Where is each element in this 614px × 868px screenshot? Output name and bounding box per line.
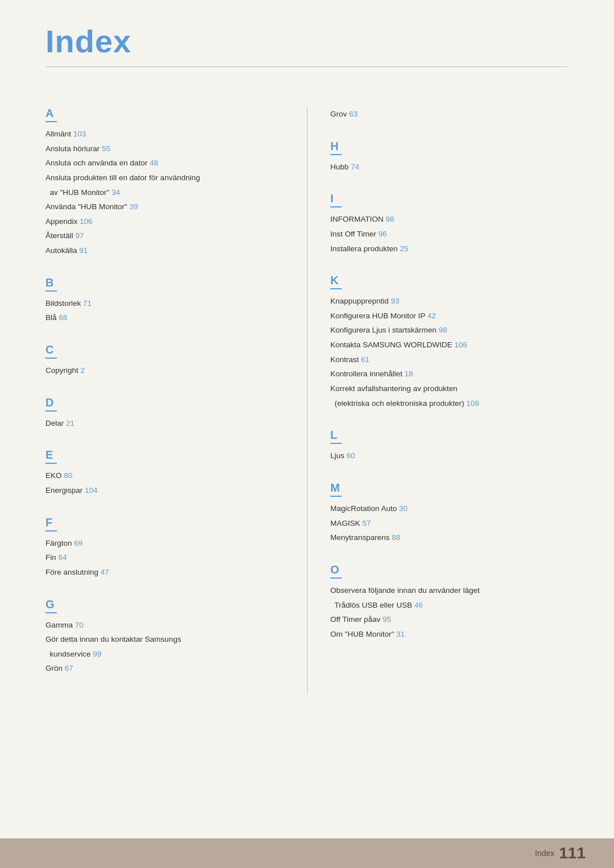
letter-heading-g: G — [45, 598, 57, 613]
index-item: Ansluta hörlurar 55 — [45, 142, 284, 156]
section-c: C Copyright 2 — [45, 343, 284, 378]
section-g-cont: Grov 63 — [330, 107, 569, 122]
index-item: Kontrollera innehållet 18 — [330, 367, 569, 381]
letter-heading-m: M — [330, 481, 342, 497]
index-item: Observera följande innan du använder läg… — [330, 583, 569, 612]
index-item: Energispar 104 — [45, 483, 284, 498]
index-item: Före anslutning 47 — [45, 565, 284, 580]
letter-heading-a: A — [45, 107, 57, 122]
letter-heading-i: I — [330, 192, 342, 207]
section-h: H Hubb 74 — [330, 140, 569, 175]
index-item: Gamma 70 — [45, 618, 284, 633]
right-column: Grov 63 H Hubb 74 I INFORMATION 98 Inst … — [330, 107, 569, 694]
index-item: Grov 63 — [330, 107, 569, 122]
title-divider — [45, 67, 569, 67]
letter-heading-c: C — [45, 343, 57, 359]
index-item: MAGISK 57 — [330, 516, 569, 531]
index-item: Autokälla 91 — [45, 243, 284, 258]
letter-heading-b: B — [45, 276, 57, 292]
index-item: Installera produkten 25 — [330, 242, 569, 256]
index-item: Grön 67 — [45, 661, 284, 676]
index-item: Kontakta SAMSUNG WORLDWIDE 106 — [330, 338, 569, 352]
section-f: F Färgton 69 Fin 64 Före anslutning 47 — [45, 516, 284, 580]
section-b: B Bildstorlek 71 Blå 68 — [45, 276, 284, 325]
letter-heading-o: O — [330, 563, 342, 579]
index-item: INFORMATION 98 — [330, 212, 569, 227]
letter-heading-d: D — [45, 396, 57, 412]
letter-heading-l: L — [330, 429, 342, 444]
footer-label: Index — [535, 849, 554, 858]
index-item: Bildstorlek 71 — [45, 296, 284, 311]
index-item: Appendix 106 — [45, 214, 284, 229]
letter-heading-f: F — [45, 516, 57, 531]
left-column: A Allmänt 103 Ansluta hörlurar 55 Anslut… — [45, 107, 307, 694]
index-item: Off Timer påav 95 — [330, 612, 569, 627]
index-item: Konfigurera HUB Monitor IP 42 — [330, 309, 569, 323]
index-item: Ansluta och använda en dator 48 — [45, 156, 284, 171]
index-item: Menytransparens 88 — [330, 530, 569, 545]
index-item: Inst Off Timer 96 — [330, 227, 569, 242]
vertical-divider — [307, 107, 308, 694]
index-item: Återställ 97 — [45, 229, 284, 243]
section-m: M MagicRotation Auto 30 MAGISK 57 Menytr… — [330, 481, 569, 545]
index-item: MagicRotation Auto 30 — [330, 501, 569, 516]
index-item: Kontrast 61 — [330, 352, 569, 367]
index-item: Färgton 69 — [45, 536, 284, 551]
page-title: Index — [45, 23, 569, 60]
index-item: Konfigurera Ljus i startskärmen 98 — [330, 323, 569, 338]
index-item: Copyright 2 — [45, 363, 284, 378]
section-d: D Delar 21 — [45, 396, 284, 431]
index-item: EKO 80 — [45, 468, 284, 483]
section-g: G Gamma 70 Gör detta innan du kontaktar … — [45, 598, 284, 676]
header-section: Index — [0, 0, 614, 95]
section-l: L Ljus 60 — [330, 429, 569, 463]
index-item: Knappupprepntid 93 — [330, 294, 569, 309]
footer: Index 111 — [0, 838, 614, 868]
index-item: Allmänt 103 — [45, 127, 284, 142]
index-item: Blå 68 — [45, 310, 284, 325]
index-item: Gör detta innan du kontaktar Samsungs ku… — [45, 632, 284, 661]
index-item: Om "HUB Monitor" 31 — [330, 627, 569, 642]
index-item: Ljus 60 — [330, 448, 569, 463]
letter-heading-e: E — [45, 448, 57, 464]
page-container: Index A Allmänt 103 Ansluta hörlurar 55 … — [0, 0, 614, 868]
index-item: Delar 21 — [45, 416, 284, 431]
section-o: O Observera följande innan du använder l… — [330, 563, 569, 642]
index-item: Använda "HUB Monitor" 39 — [45, 200, 284, 214]
letter-heading-k: K — [330, 274, 342, 289]
index-item: Ansluta produkten till en dator för anvä… — [45, 171, 284, 200]
content-area: A Allmänt 103 Ansluta hörlurar 55 Anslut… — [0, 95, 614, 740]
index-item: Hubb 74 — [330, 160, 569, 175]
letter-heading-h: H — [330, 140, 342, 155]
section-k: K Knappupprepntid 93 Konfigurera HUB Mon… — [330, 274, 569, 410]
footer-page-number: 111 — [559, 844, 586, 862]
section-a: A Allmänt 103 Ansluta hörlurar 55 Anslut… — [45, 107, 284, 258]
section-i: I INFORMATION 98 Inst Off Timer 96 Insta… — [330, 192, 569, 256]
index-item: Fin 64 — [45, 550, 284, 565]
section-e: E EKO 80 Energispar 104 — [45, 448, 284, 497]
index-item: Korrekt avfallshantering av produkten (e… — [330, 381, 569, 410]
